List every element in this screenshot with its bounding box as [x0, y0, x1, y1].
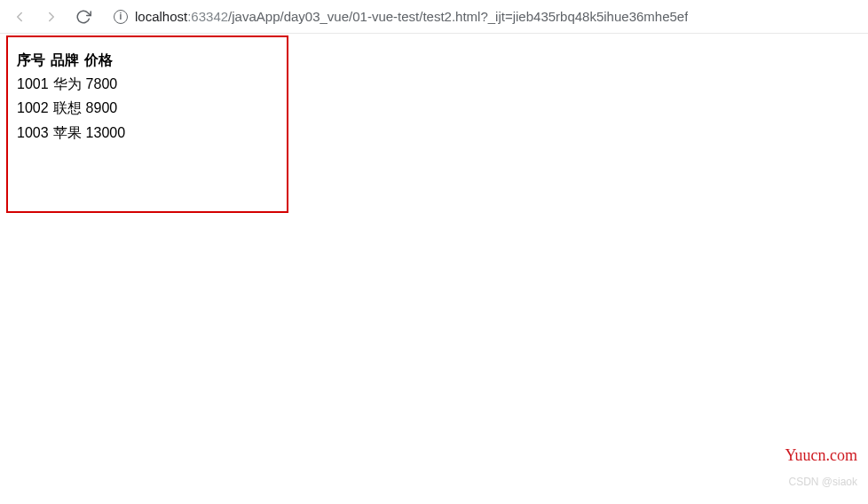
- data-container: 序号 品牌 价格 1001 华为 7800 1002 联想 8900 1003 …: [6, 35, 288, 213]
- reload-icon: [75, 9, 91, 25]
- browser-toolbar: i localhost:63342/javaApp/day03_vue/01-v…: [0, 0, 868, 34]
- back-button[interactable]: [7, 4, 32, 29]
- url-host: localhost: [135, 9, 187, 24]
- header-id: 序号: [17, 48, 45, 72]
- data-table: 序号 品牌 价格 1001 华为 7800 1002 联想 8900 1003 …: [17, 48, 278, 145]
- table-row: 1003 苹果 13000: [17, 121, 278, 145]
- cell-brand: 苹果: [53, 121, 82, 145]
- cell-brand: 华为: [53, 72, 82, 96]
- watermark-site: Yuucn.com: [785, 446, 857, 465]
- cell-id: 1001: [17, 72, 49, 96]
- page-content: 序号 品牌 价格 1001 华为 7800 1002 联想 8900 1003 …: [0, 34, 868, 504]
- url-text: localhost:63342/javaApp/day03_vue/01-vue…: [135, 9, 688, 24]
- cell-price: 13000: [86, 121, 126, 145]
- cell-id: 1002: [17, 96, 49, 120]
- url-path: /javaApp/day03_vue/01-vue-test/test2.htm…: [228, 9, 688, 24]
- watermark-csdn: CSDN @siaok: [788, 476, 857, 488]
- cell-price: 8900: [86, 96, 118, 120]
- table-header-row: 序号 品牌 价格: [17, 48, 278, 72]
- table-row: 1001 华为 7800: [17, 72, 278, 96]
- address-bar[interactable]: i localhost:63342/javaApp/day03_vue/01-v…: [103, 4, 861, 29]
- forward-button[interactable]: [39, 4, 64, 29]
- cell-id: 1003: [17, 121, 49, 145]
- header-brand: 品牌: [51, 48, 79, 72]
- arrow-right-icon: [43, 9, 59, 25]
- cell-brand: 联想: [53, 96, 82, 120]
- table-row: 1002 联想 8900: [17, 96, 278, 120]
- site-info-icon[interactable]: i: [114, 10, 128, 24]
- url-port: :63342: [187, 9, 228, 24]
- cell-price: 7800: [86, 72, 118, 96]
- reload-button[interactable]: [71, 4, 96, 29]
- arrow-left-icon: [12, 9, 28, 25]
- header-price: 价格: [84, 48, 113, 72]
